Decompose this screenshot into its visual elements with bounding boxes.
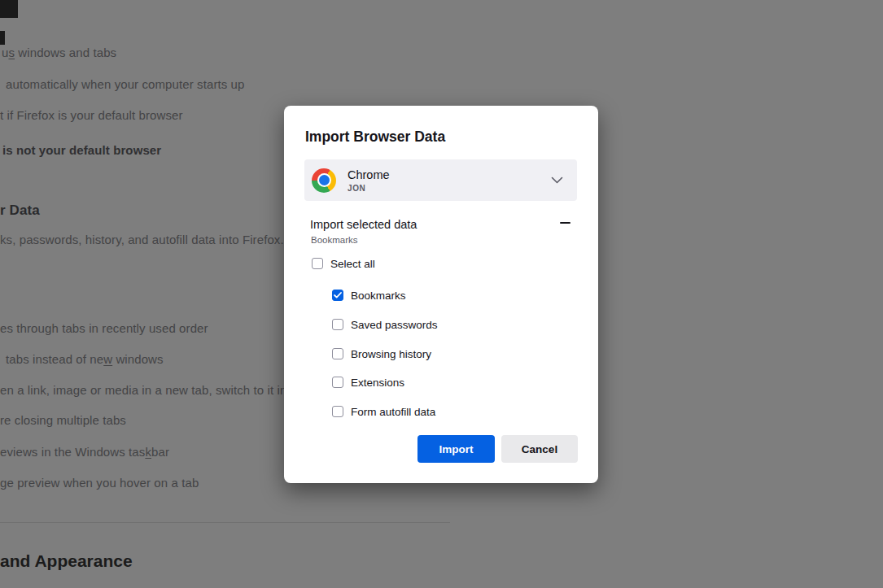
browsing-history-row[interactable]: Browsing history xyxy=(332,346,431,362)
settings-text-row: en a link, image or media in a new tab, … xyxy=(0,383,286,397)
settings-text-row: t if Firefox is your default browser xyxy=(0,108,183,122)
browser-source-dropdown[interactable]: Chrome JON xyxy=(304,159,577,201)
saved-passwords-row[interactable]: Saved passwords xyxy=(332,316,438,333)
settings-text-row: ge preview when you hover on a tab xyxy=(0,476,199,490)
saved-passwords-label[interactable]: Saved passwords xyxy=(351,319,438,331)
settings-text-row: tabs instead of new windows xyxy=(6,352,164,366)
dropdown-selected-value: Chrome JON xyxy=(348,168,390,193)
browsing-history-label[interactable]: Browsing history xyxy=(351,348,431,360)
settings-text-row: re closing multiple tabs xyxy=(0,413,126,427)
import-browser-data-dialog: Import Browser Data Chrome JON Import se… xyxy=(284,106,598,483)
section-divider xyxy=(0,522,450,523)
saved-passwords-checkbox[interactable] xyxy=(332,319,343,330)
form-autofill-label[interactable]: Form autofill data xyxy=(351,406,435,418)
extensions-checkbox[interactable] xyxy=(332,377,343,388)
import-button[interactable]: Import xyxy=(417,435,495,463)
select-all-row[interactable]: Select all xyxy=(312,255,375,272)
minus-icon[interactable] xyxy=(560,217,571,229)
bookmarks-row[interactable]: Bookmarks xyxy=(332,287,406,303)
bookmarks-label[interactable]: Bookmarks xyxy=(351,290,406,302)
form-autofill-checkbox[interactable] xyxy=(332,406,343,417)
dialog-title: Import Browser Data xyxy=(305,128,445,146)
extensions-row[interactable]: Extensions xyxy=(332,374,404,390)
select-all-checkbox[interactable] xyxy=(312,258,323,269)
settings-text-row: ks, passwords, history, and autofill dat… xyxy=(0,233,284,246)
cancel-button[interactable]: Cancel xyxy=(501,435,578,463)
appearance-heading: and Appearance xyxy=(0,551,133,571)
bookmarks-checkbox[interactable] xyxy=(332,290,343,301)
selected-data-summary: Bookmarks xyxy=(311,235,358,245)
browsing-history-checkbox[interactable] xyxy=(332,348,343,359)
checkmark-icon xyxy=(334,292,342,298)
settings-section-heading: r Data xyxy=(0,203,40,219)
screen: us windows and tabs automatically when y… xyxy=(0,0,883,588)
selected-profile-name: JON xyxy=(348,184,390,193)
form-autofill-row[interactable]: Form autofill data xyxy=(332,403,435,420)
settings-text-row: automatically when your computer starts … xyxy=(6,77,245,91)
chevron-down-icon xyxy=(551,176,563,184)
import-selected-data-label: Import selected data xyxy=(310,218,417,231)
ui-artifact xyxy=(0,0,18,18)
settings-text-row: eviews in the Windows taskbar xyxy=(0,445,169,459)
chrome-logo-icon xyxy=(312,168,336,193)
select-all-label[interactable]: Select all xyxy=(330,258,375,270)
settings-text-row: es through tabs in recently used order xyxy=(0,321,208,335)
settings-text-row: is not your default browser xyxy=(2,143,161,157)
selected-browser-name: Chrome xyxy=(348,168,390,182)
ui-artifact xyxy=(0,31,5,45)
settings-text-row: us windows and tabs xyxy=(2,46,116,59)
extensions-label[interactable]: Extensions xyxy=(351,377,404,389)
